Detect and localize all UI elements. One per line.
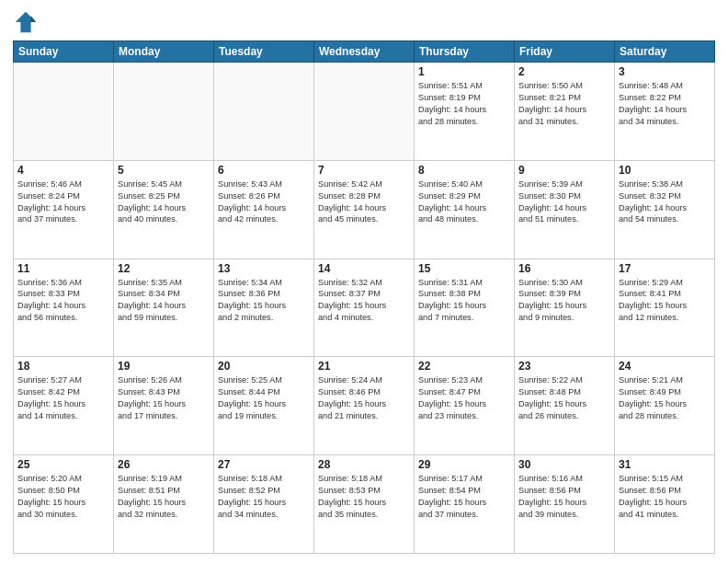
calendar-week-row: 18Sunrise: 5:27 AM Sunset: 8:42 PM Dayli… [14,357,715,455]
calendar-week-row: 4Sunrise: 5:46 AM Sunset: 8:24 PM Daylig… [14,160,715,259]
calendar-cell: 3Sunrise: 5:48 AM Sunset: 8:22 PM Daylig… [615,63,715,161]
calendar-cell: 7Sunrise: 5:42 AM Sunset: 8:28 PM Daylig… [314,160,415,259]
day-number: 5 [118,164,210,177]
calendar-cell: 18Sunrise: 5:27 AM Sunset: 8:42 PM Dayli… [14,357,114,455]
calendar-cell: 6Sunrise: 5:43 AM Sunset: 8:26 PM Daylig… [214,160,314,259]
day-number: 28 [318,458,410,471]
calendar-cell: 5Sunrise: 5:45 AM Sunset: 8:25 PM Daylig… [114,160,214,259]
day-number: 30 [518,458,610,471]
day-info: Sunrise: 5:24 AM Sunset: 8:46 PM Dayligh… [318,374,410,422]
day-number: 4 [17,164,109,177]
day-info: Sunrise: 5:36 AM Sunset: 8:33 PM Dayligh… [17,277,109,325]
calendar-header-monday: Monday [114,41,214,63]
calendar-cell: 29Sunrise: 5:17 AM Sunset: 8:54 PM Dayli… [415,455,515,554]
day-info: Sunrise: 5:39 AM Sunset: 8:30 PM Dayligh… [518,178,610,226]
day-number: 22 [418,360,510,373]
calendar-cell: 12Sunrise: 5:35 AM Sunset: 8:34 PM Dayli… [114,259,214,357]
day-number: 29 [418,458,510,471]
day-info: Sunrise: 5:50 AM Sunset: 8:21 PM Dayligh… [518,80,610,128]
day-number: 13 [218,262,310,275]
calendar-cell: 30Sunrise: 5:16 AM Sunset: 8:56 PM Dayli… [515,455,615,554]
day-number: 12 [118,262,210,275]
calendar-cell: 13Sunrise: 5:34 AM Sunset: 8:36 PM Dayli… [214,259,314,357]
day-info: Sunrise: 5:38 AM Sunset: 8:32 PM Dayligh… [619,178,711,226]
day-number: 1 [418,65,510,78]
logo [13,9,42,35]
calendar-cell: 11Sunrise: 5:36 AM Sunset: 8:33 PM Dayli… [14,259,114,357]
calendar-cell: 27Sunrise: 5:18 AM Sunset: 8:52 PM Dayli… [214,455,314,554]
calendar-cell: 22Sunrise: 5:23 AM Sunset: 8:47 PM Dayli… [415,357,515,455]
day-number: 31 [619,458,711,471]
day-number: 25 [17,458,109,471]
day-info: Sunrise: 5:46 AM Sunset: 8:24 PM Dayligh… [17,178,109,226]
calendar-week-row: 25Sunrise: 5:20 AM Sunset: 8:50 PM Dayli… [14,455,715,554]
day-info: Sunrise: 5:40 AM Sunset: 8:29 PM Dayligh… [418,178,510,226]
day-number: 27 [218,458,310,471]
calendar-week-row: 1Sunrise: 5:51 AM Sunset: 8:19 PM Daylig… [14,63,715,161]
calendar-header-sunday: Sunday [14,41,114,63]
calendar-cell: 2Sunrise: 5:50 AM Sunset: 8:21 PM Daylig… [515,63,615,161]
day-number: 17 [619,262,711,275]
day-number: 11 [17,262,109,275]
calendar-cell: 23Sunrise: 5:22 AM Sunset: 8:48 PM Dayli… [515,357,615,455]
day-number: 18 [17,360,109,373]
day-info: Sunrise: 5:35 AM Sunset: 8:34 PM Dayligh… [118,277,210,325]
calendar-cell: 16Sunrise: 5:30 AM Sunset: 8:39 PM Dayli… [515,259,615,357]
day-info: Sunrise: 5:23 AM Sunset: 8:47 PM Dayligh… [418,374,510,422]
page: SundayMondayTuesdayWednesdayThursdayFrid… [0,0,728,563]
calendar-header-thursday: Thursday [415,41,515,63]
calendar-cell: 19Sunrise: 5:26 AM Sunset: 8:43 PM Dayli… [114,357,214,455]
calendar-cell: 15Sunrise: 5:31 AM Sunset: 8:38 PM Dayli… [415,259,515,357]
day-number: 7 [318,164,410,177]
calendar-header-wednesday: Wednesday [314,41,415,63]
day-info: Sunrise: 5:16 AM Sunset: 8:56 PM Dayligh… [518,473,610,521]
day-number: 10 [619,164,711,177]
day-info: Sunrise: 5:17 AM Sunset: 8:54 PM Dayligh… [418,473,510,521]
day-info: Sunrise: 5:32 AM Sunset: 8:37 PM Dayligh… [318,277,410,325]
day-number: 6 [218,164,310,177]
calendar-cell: 9Sunrise: 5:39 AM Sunset: 8:30 PM Daylig… [515,160,615,259]
day-number: 14 [318,262,410,275]
calendar-cell: 10Sunrise: 5:38 AM Sunset: 8:32 PM Dayli… [615,160,715,259]
calendar-cell: 14Sunrise: 5:32 AM Sunset: 8:37 PM Dayli… [314,259,415,357]
day-number: 15 [418,262,510,275]
day-number: 2 [518,65,610,78]
day-info: Sunrise: 5:34 AM Sunset: 8:36 PM Dayligh… [218,277,310,325]
day-info: Sunrise: 5:18 AM Sunset: 8:53 PM Dayligh… [318,473,410,521]
calendar-table: SundayMondayTuesdayWednesdayThursdayFrid… [13,40,715,554]
day-number: 23 [518,360,610,373]
calendar-header-friday: Friday [515,41,615,63]
day-info: Sunrise: 5:51 AM Sunset: 8:19 PM Dayligh… [418,80,510,128]
calendar-header-row: SundayMondayTuesdayWednesdayThursdayFrid… [14,41,715,63]
calendar-cell: 28Sunrise: 5:18 AM Sunset: 8:53 PM Dayli… [314,455,415,554]
day-number: 21 [318,360,410,373]
calendar-cell: 31Sunrise: 5:15 AM Sunset: 8:56 PM Dayli… [615,455,715,554]
calendar-cell: 26Sunrise: 5:19 AM Sunset: 8:51 PM Dayli… [114,455,214,554]
calendar-cell [114,63,214,161]
day-number: 3 [619,65,711,78]
day-info: Sunrise: 5:19 AM Sunset: 8:51 PM Dayligh… [118,473,210,521]
day-info: Sunrise: 5:15 AM Sunset: 8:56 PM Dayligh… [619,473,711,521]
day-info: Sunrise: 5:48 AM Sunset: 8:22 PM Dayligh… [619,80,711,128]
calendar-cell [214,63,314,161]
calendar-cell [314,63,415,161]
day-info: Sunrise: 5:30 AM Sunset: 8:39 PM Dayligh… [518,277,610,325]
day-number: 16 [518,262,610,275]
header [13,9,715,35]
day-info: Sunrise: 5:45 AM Sunset: 8:25 PM Dayligh… [118,178,210,226]
day-info: Sunrise: 5:26 AM Sunset: 8:43 PM Dayligh… [118,374,210,422]
calendar-header-tuesday: Tuesday [214,41,314,63]
day-info: Sunrise: 5:42 AM Sunset: 8:28 PM Dayligh… [318,178,410,226]
day-number: 8 [418,164,510,177]
day-info: Sunrise: 5:20 AM Sunset: 8:50 PM Dayligh… [17,473,109,521]
calendar-cell: 20Sunrise: 5:25 AM Sunset: 8:44 PM Dayli… [214,357,314,455]
calendar-cell: 24Sunrise: 5:21 AM Sunset: 8:49 PM Dayli… [615,357,715,455]
day-number: 9 [518,164,610,177]
day-number: 19 [118,360,210,373]
calendar-cell: 1Sunrise: 5:51 AM Sunset: 8:19 PM Daylig… [415,63,515,161]
calendar-cell: 8Sunrise: 5:40 AM Sunset: 8:29 PM Daylig… [415,160,515,259]
svg-marker-1 [31,16,37,22]
logo-icon [13,9,39,35]
day-info: Sunrise: 5:27 AM Sunset: 8:42 PM Dayligh… [17,374,109,422]
calendar-cell: 21Sunrise: 5:24 AM Sunset: 8:46 PM Dayli… [314,357,415,455]
